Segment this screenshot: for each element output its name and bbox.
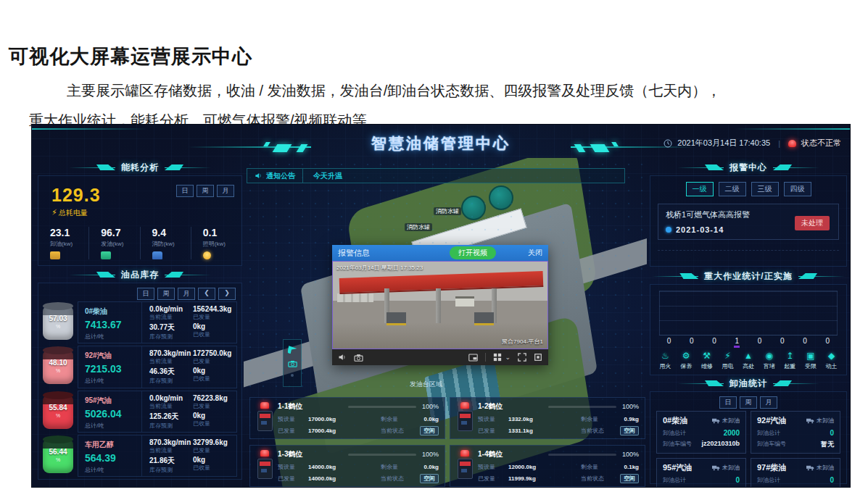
tab-level-1[interactable]: 一级	[686, 182, 714, 196]
frame-icon[interactable]	[534, 353, 542, 362]
volume-icon[interactable]	[338, 353, 347, 362]
close-popup-button[interactable]: 关闭	[528, 248, 542, 258]
inventory-row-ethanol: 56.44% 车用乙醇 564.39 总计/吨 870.3kg/min当前流量 …	[43, 435, 237, 476]
title-deco-right	[165, 271, 211, 278]
palette-dot	[291, 374, 294, 377]
tab-day[interactable]: 日	[137, 288, 154, 300]
camera-tool-icon[interactable]	[288, 360, 297, 367]
height-work-icon: ▲	[740, 351, 758, 361]
dashboard-screenshot: 智慧油储管理中心 2021年03月14日 17:40:35 | 状态不正常 通知…	[32, 125, 850, 487]
toolbar-divider	[485, 353, 486, 362]
energy-stat-fire: 9.4 消防(kw)	[140, 227, 191, 259]
tab-day[interactable]: 日	[176, 185, 194, 197]
oil-name: 92#汽油	[85, 351, 137, 361]
video-red-canopy	[339, 271, 544, 294]
tab-level-2[interactable]: 二级	[719, 182, 746, 196]
earth-work-icon: ◆	[822, 351, 840, 361]
scene-tool-palette	[283, 339, 302, 387]
oil-total-tons: 5026.04	[85, 408, 137, 420]
operations-panel-title: 重大作业统计/正实施	[704, 270, 792, 283]
dispenser-status-grid: 1-1鹤位 100% 预设量17000.0kg 剩余量0.0kg 已发量1700…	[249, 397, 645, 487]
maintenance-icon: ⚙	[677, 351, 695, 361]
tank-icon-ethanol: 56.44%	[43, 438, 73, 473]
header-edge-line-left	[32, 128, 148, 130]
unloading-period-tabs: 日 周 月	[719, 396, 777, 409]
tab-week[interactable]: 周	[157, 288, 175, 300]
op-height-work: ▲高处	[740, 351, 758, 370]
truck-icon	[806, 464, 814, 471]
alarm-unhandled-button[interactable]: 未处理	[795, 216, 830, 230]
dispenser-card-1-2: 1-2鹤位 100% 预设量1332.0kg 剩余量0.9kg 已发量1331.…	[450, 397, 645, 439]
unloading-card-diesel0: 0#柴油 未卸油 卸油总计2000 卸油车编号jz20210310b	[656, 411, 746, 454]
confined-space-icon: ▣	[801, 351, 819, 361]
notice-category[interactable]: 通知公告	[247, 169, 303, 183]
fullscreen-icon[interactable]	[518, 353, 526, 362]
scene-label-fire-tank-1: 消防水罐	[434, 207, 461, 215]
open-video-button[interactable]: 打开视频	[450, 246, 496, 259]
bulb-icon	[203, 251, 211, 259]
title-deco-left	[69, 271, 115, 278]
notice-bar: 通知公告 今天升温	[247, 168, 625, 183]
video-dispenser	[474, 312, 494, 326]
progress-bar	[348, 406, 416, 408]
page-title: 可视化大屏幕运营展示中心	[9, 43, 252, 70]
popup-header[interactable]: 报警信息 打开视频 关闭	[332, 245, 548, 261]
oil-name: 车用乙醇	[85, 440, 137, 450]
energy-panel-title: 能耗分析	[121, 162, 159, 174]
video-timestamp-overlay: 2021年03月14日 星期日 17:35:23	[336, 264, 423, 272]
tab-level-3[interactable]: 三级	[751, 182, 779, 196]
notice-scrolling-text[interactable]: 今天升温	[313, 171, 342, 181]
alarm-lamp-icon	[460, 450, 469, 456]
title-deco-left	[652, 272, 698, 280]
page-description-line1: 主要展示罐区存储数据，收油 / 发油数据，发油台/卸油台状态数据、四级报警及处理…	[67, 81, 721, 101]
alarm-siren-icon	[788, 140, 796, 147]
tab-month[interactable]: 月	[217, 185, 234, 197]
chevron-down-icon[interactable]: ⌄	[505, 354, 511, 361]
electricity-icon: ⚡	[719, 351, 737, 361]
op-lifting: ↥起重	[781, 351, 799, 370]
progress-bar	[548, 406, 616, 408]
panel-unloading-stats: 卸油统计 日 周 月 0#柴油 未卸油 卸油总计2000 卸油车编号jz2021…	[650, 377, 847, 484]
panel-alarm-center: 报警中心 一级 二级 三级 四级 栈桥1可燃气体高高报警 2021-03-14 …	[650, 161, 847, 267]
title-deco-right	[773, 380, 819, 387]
video-pillar	[436, 288, 441, 323]
alarm-date-dot-icon	[666, 227, 671, 233]
alarm-lamp-icon	[260, 450, 269, 456]
lifting-icon: ↥	[781, 351, 799, 361]
alarm-date: 2021-03-14	[676, 225, 724, 234]
panel-energy-analysis: 能耗分析 日 周 月 129.3 ⚡总耗电量 23.1 卸油(kw) 96.7 …	[38, 161, 242, 266]
total-power-value: 129.3	[51, 185, 101, 206]
title-deco-left	[677, 380, 724, 387]
tab-week[interactable]: 周	[197, 185, 214, 197]
oil-total-tons: 564.39	[85, 452, 137, 464]
oil-name: 95#汽油	[85, 396, 137, 406]
op-electricity: ⚡用电	[719, 351, 737, 370]
pip-icon[interactable]	[468, 354, 478, 362]
operations-count-row: 0 0 0 1 0 0 0 0	[658, 337, 839, 345]
topbar-divider: |	[778, 139, 780, 148]
energy-period-tabs: 日 周 月	[176, 185, 234, 197]
energy-stat-lighting: 0.1 照明(kw)	[191, 227, 241, 259]
fuel-dispenser-icon	[458, 411, 473, 431]
oil-total-tons: 7215.03	[85, 363, 137, 375]
scene-fire-water-tank-2	[489, 185, 513, 210]
tab-month[interactable]: 月	[178, 288, 195, 300]
tab-week[interactable]: 周	[740, 396, 757, 409]
inventory-row-gas92: 48.10% 92#汽油 7215.03 总计/吨 870.3kg/min当前流…	[43, 346, 237, 387]
tank-icon-diesel0: 57.03%	[43, 305, 73, 340]
inventory-panel-title: 油品库存	[121, 269, 159, 281]
tab-month[interactable]: 月	[760, 396, 777, 409]
tab-day[interactable]: 日	[719, 396, 737, 409]
flag-marker-icon[interactable]	[288, 345, 297, 354]
snapshot-camera-icon[interactable]	[354, 354, 363, 362]
fuel-dispenser-icon	[458, 459, 473, 479]
prev-page-arrow[interactable]: ❮	[198, 288, 215, 300]
scene-fire-water-tank-1	[461, 196, 486, 220]
next-page-arrow[interactable]: ❯	[218, 288, 236, 300]
alarm-list-item[interactable]: 栈桥1可燃气体高高报警 2021-03-14 未处理	[658, 204, 839, 240]
op-fire-work: ♨用火	[656, 351, 674, 370]
tab-level-4[interactable]: 四级	[784, 182, 811, 196]
title-deco-right	[773, 164, 819, 171]
dispenser-card-1-3: 1-3鹤位 100% 预设量14000.0kg 剩余量0.0kg 已发量1400…	[249, 445, 445, 487]
grid-view-icon[interactable]	[493, 353, 502, 362]
